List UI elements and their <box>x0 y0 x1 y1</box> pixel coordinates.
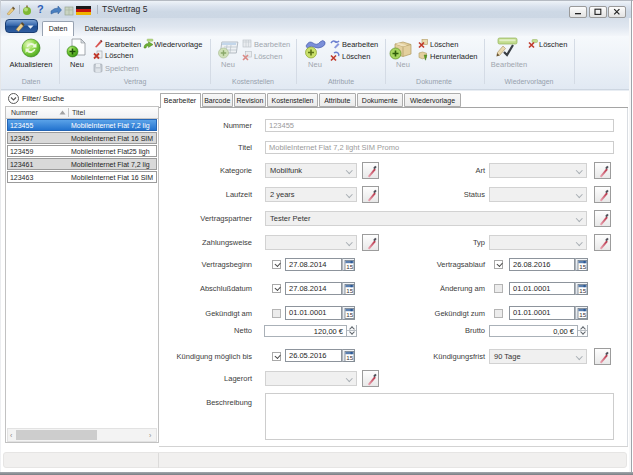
svg-text:15: 15 <box>346 287 353 294</box>
svg-text:15: 15 <box>346 263 353 270</box>
svg-text:15: 15 <box>346 311 353 318</box>
svg-text:15: 15 <box>579 311 586 318</box>
svg-text:15: 15 <box>346 354 353 361</box>
svg-text:15: 15 <box>579 263 586 270</box>
svg-text:15: 15 <box>579 287 586 294</box>
